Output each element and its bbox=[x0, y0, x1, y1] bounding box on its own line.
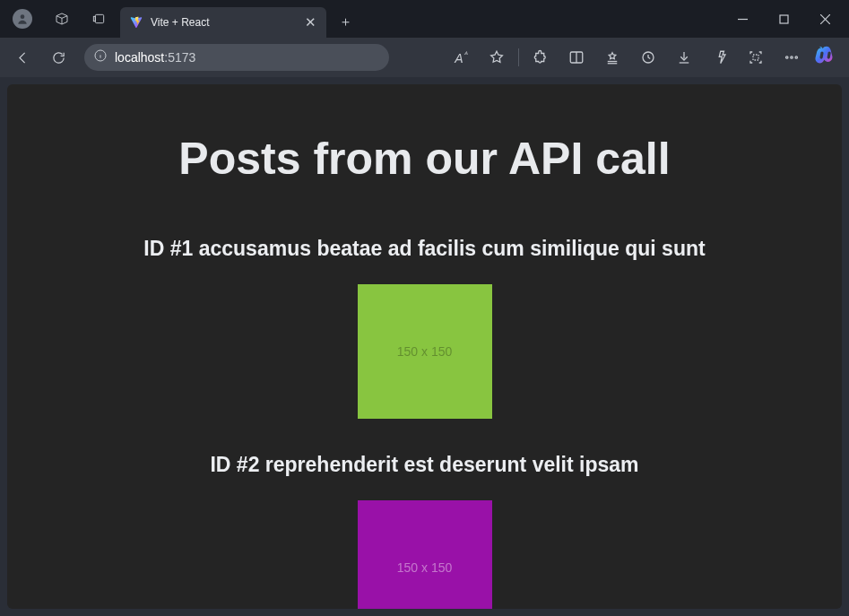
profile-avatar[interactable] bbox=[13, 9, 32, 29]
downloads-button[interactable] bbox=[666, 42, 702, 73]
performance-button[interactable] bbox=[702, 42, 738, 73]
post-thumbnail: 150 x 150 bbox=[358, 500, 492, 609]
back-button[interactable] bbox=[7, 42, 38, 73]
favorites-list-button[interactable] bbox=[594, 42, 630, 73]
site-info-icon[interactable] bbox=[93, 48, 108, 66]
svg-point-18 bbox=[791, 56, 793, 58]
copilot-button[interactable] bbox=[810, 41, 842, 74]
close-window-button[interactable] bbox=[804, 4, 845, 33]
viewport: Posts from our API call ID #1 accusamus … bbox=[0, 77, 849, 616]
thumbnail-dimensions: 150 x 150 bbox=[397, 344, 453, 359]
page-title: Posts from our API call bbox=[7, 133, 842, 185]
address-bar[interactable]: localhost:5173 bbox=[84, 44, 389, 71]
split-screen-button[interactable] bbox=[559, 42, 594, 73]
more-menu-button[interactable] bbox=[774, 42, 810, 73]
post-title: ID #2 reprehenderit est deserunt velit i… bbox=[7, 453, 842, 477]
toolbar-right: Aᴬ bbox=[443, 41, 842, 74]
post-title: ID #1 accusamus beatae ad facilis cum si… bbox=[7, 237, 842, 261]
svg-rect-16 bbox=[753, 55, 758, 60]
screenshot-button[interactable] bbox=[738, 42, 774, 73]
post-item: ID #1 accusamus beatae ad facilis cum si… bbox=[7, 237, 842, 419]
url-port: :5173 bbox=[164, 50, 195, 65]
minimize-button[interactable] bbox=[722, 4, 763, 33]
svg-rect-4 bbox=[780, 15, 788, 23]
url-host: localhost bbox=[115, 50, 164, 65]
tab-title: Vite + React bbox=[151, 16, 296, 29]
vite-favicon-icon bbox=[129, 15, 143, 30]
page-content[interactable]: Posts from our API call ID #1 accusamus … bbox=[7, 84, 842, 609]
reading-mode-button[interactable]: Aᴬ bbox=[443, 42, 479, 73]
maximize-button[interactable] bbox=[763, 4, 804, 33]
url-text: localhost:5173 bbox=[115, 50, 380, 65]
window-controls bbox=[722, 4, 845, 33]
titlebar-left: Vite + React ✕ ＋ bbox=[4, 1, 359, 38]
favorite-button[interactable] bbox=[479, 42, 515, 73]
window-titlebar: Vite + React ✕ ＋ bbox=[0, 0, 849, 38]
post-item: ID #2 reprehenderit est deserunt velit i… bbox=[7, 453, 842, 609]
svg-rect-2 bbox=[93, 16, 95, 21]
history-button[interactable] bbox=[630, 42, 666, 73]
new-tab-button[interactable]: ＋ bbox=[332, 8, 359, 35]
extensions-button[interactable] bbox=[523, 42, 559, 73]
browser-toolbar: localhost:5173 Aᴬ bbox=[0, 38, 849, 77]
refresh-button[interactable] bbox=[43, 42, 74, 73]
svg-point-17 bbox=[786, 56, 788, 58]
svg-rect-1 bbox=[95, 14, 103, 22]
thumbnail-dimensions: 150 x 150 bbox=[397, 560, 453, 575]
browser-tab[interactable]: Vite + React ✕ bbox=[120, 7, 326, 38]
tab-actions-icon[interactable] bbox=[82, 4, 117, 34]
tab-close-icon[interactable]: ✕ bbox=[303, 14, 317, 30]
svg-point-19 bbox=[795, 56, 797, 58]
post-thumbnail: 150 x 150 bbox=[358, 284, 492, 419]
svg-point-0 bbox=[21, 14, 25, 19]
workspaces-icon[interactable] bbox=[45, 4, 79, 34]
